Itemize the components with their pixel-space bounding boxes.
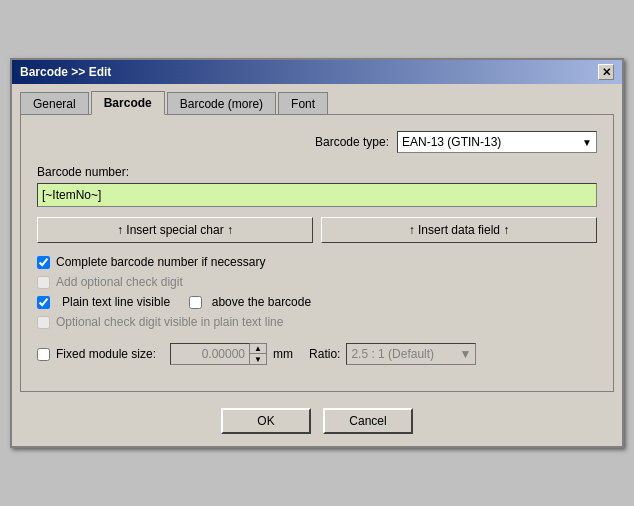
above-barcode-checkbox[interactable] (189, 296, 202, 309)
plain-text-visible-label: Plain text line visible (62, 295, 170, 309)
barcode-type-value: EAN-13 (GTIN-13) (402, 135, 501, 149)
spinner-up-button[interactable]: ▲ (250, 344, 266, 354)
optional-check-digit-plain-label: Optional check digit visible in plain te… (56, 315, 283, 329)
optional-check-digit-plain-row: Optional check digit visible in plain te… (37, 315, 597, 329)
add-check-digit-label: Add optional check digit (56, 275, 183, 289)
complete-barcode-label: Complete barcode number if necessary (56, 255, 265, 269)
barcode-type-select[interactable]: EAN-13 (GTIN-13) ▼ (397, 131, 597, 153)
spinner-buttons: ▲ ▼ (250, 343, 267, 365)
dialog: Barcode >> Edit ✕ General Barcode Barcod… (10, 58, 624, 448)
fixed-module-input-group: ▲ ▼ (170, 343, 267, 365)
checkboxes-section: Complete barcode number if necessary Add… (37, 255, 597, 329)
fixed-module-label: Fixed module size: (56, 347, 156, 361)
complete-barcode-row: Complete barcode number if necessary (37, 255, 597, 269)
fixed-module-checkbox[interactable] (37, 348, 50, 361)
barcode-number-section: Barcode number: (37, 165, 597, 207)
plain-text-row: Plain text line visible above the barcod… (37, 295, 597, 309)
tab-strip: General Barcode Barcode (more) Font (12, 84, 622, 114)
dialog-title: Barcode >> Edit (20, 65, 111, 79)
fixed-module-input[interactable] (170, 343, 250, 365)
ratio-value: 2.5 : 1 (Default) (351, 347, 434, 361)
fixed-module-left: Fixed module size: ▲ ▼ mm (37, 343, 293, 365)
tab-barcode-more[interactable]: Barcode (more) (167, 92, 276, 116)
tab-general[interactable]: General (20, 92, 89, 116)
insert-buttons-row: ↑ Insert special char ↑ ↑ Insert data fi… (37, 217, 597, 243)
plain-text-visible-checkbox[interactable] (37, 296, 50, 309)
barcode-number-input[interactable] (37, 183, 597, 207)
above-barcode-label: above the barcode (212, 295, 311, 309)
tab-barcode[interactable]: Barcode (91, 91, 165, 115)
add-check-digit-row: Add optional check digit (37, 275, 597, 289)
cancel-button[interactable]: Cancel (323, 408, 413, 434)
ok-button[interactable]: OK (221, 408, 311, 434)
title-bar: Barcode >> Edit ✕ (12, 60, 622, 84)
complete-barcode-checkbox[interactable] (37, 256, 50, 269)
ratio-section: Ratio: 2.5 : 1 (Default) ▼ (309, 343, 476, 365)
ratio-dropdown-icon: ▼ (460, 347, 472, 361)
dialog-footer: OK Cancel (12, 400, 622, 446)
barcode-type-label: Barcode type: (315, 135, 389, 149)
tab-content: Barcode type: EAN-13 (GTIN-13) ▼ Barcode… (20, 114, 614, 392)
insert-data-field-button[interactable]: ↑ Insert data field ↑ (321, 217, 597, 243)
mm-unit-label: mm (273, 347, 293, 361)
optional-check-digit-plain-checkbox[interactable] (37, 316, 50, 329)
dropdown-arrow-icon: ▼ (582, 137, 592, 148)
add-check-digit-checkbox[interactable] (37, 276, 50, 289)
insert-special-char-button[interactable]: ↑ Insert special char ↑ (37, 217, 313, 243)
ratio-select[interactable]: 2.5 : 1 (Default) ▼ (346, 343, 476, 365)
barcode-number-label: Barcode number: (37, 165, 597, 179)
fixed-module-section: Fixed module size: ▲ ▼ mm Ratio: 2.5 : 1… (37, 343, 597, 365)
tab-font[interactable]: Font (278, 92, 328, 116)
spinner-down-button[interactable]: ▼ (250, 354, 266, 364)
ratio-label: Ratio: (309, 347, 340, 361)
close-button[interactable]: ✕ (598, 64, 614, 80)
barcode-type-row: Barcode type: EAN-13 (GTIN-13) ▼ (37, 131, 597, 153)
